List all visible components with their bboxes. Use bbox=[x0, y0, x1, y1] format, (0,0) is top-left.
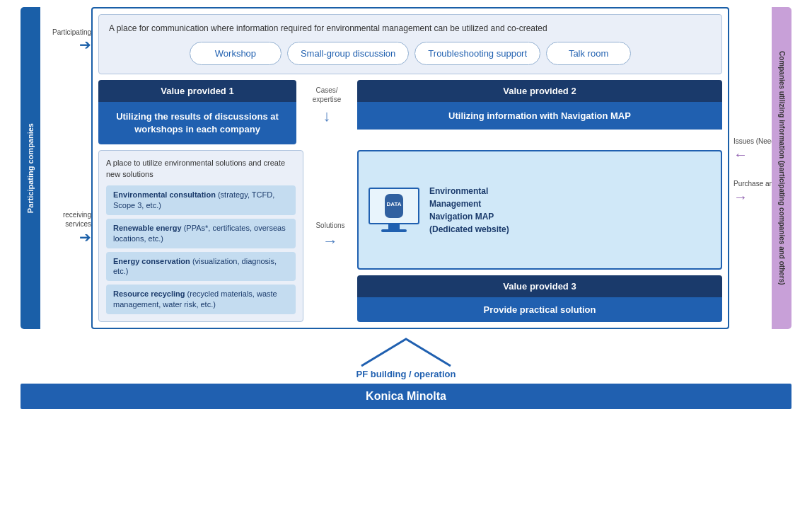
data-label: DATA bbox=[386, 201, 401, 207]
comm-title: A place for communication where informat… bbox=[109, 22, 712, 35]
vp3-header: Value provided 3 bbox=[357, 275, 722, 297]
vp2-block: Value provided 2 Utilizing information w… bbox=[357, 80, 722, 144]
feature-row: Workshop Small-group discussion Troubles… bbox=[109, 42, 712, 65]
vp3-block: Value provided 3 Provide practical solut… bbox=[357, 275, 722, 322]
cases-area: Cases/ expertise ↓ bbox=[302, 80, 352, 144]
feat-talkroom: Talk room bbox=[546, 42, 631, 65]
left-bar: Participating companies bbox=[21, 7, 40, 329]
left-bar-label: Participating companies bbox=[26, 123, 35, 213]
right-bar-label: Companies utilizing information (partici… bbox=[778, 51, 786, 285]
participating-arrow: Participating ➔ bbox=[52, 28, 91, 52]
konica-bar: Konica Minolta bbox=[21, 384, 791, 409]
nav-block: DATA Environmental Management Navigation… bbox=[357, 150, 722, 322]
vp3-body: Provide practical solution bbox=[357, 297, 722, 322]
arrow-right3-icon: → bbox=[733, 189, 748, 205]
vp1-block: Value provided 1 Utilizing the results o… bbox=[98, 80, 296, 144]
arrow-right-icon: ➔ bbox=[79, 38, 91, 52]
page-wrapper: Participating companies Participating ➔ … bbox=[0, 0, 812, 413]
sol-item-2: Energy conservation (visualization, diag… bbox=[106, 252, 296, 282]
left-arrows: Participating ➔ receiving services ➔ bbox=[40, 7, 91, 329]
feat-troubleshooting: Troubleshooting support bbox=[414, 42, 540, 65]
sol-item-1-title: Renewable energy bbox=[113, 224, 182, 232]
diagram-outer: Participating companies Participating ➔ … bbox=[21, 7, 791, 329]
right-arrows-col: Issues (Needs) ← Purchase and use → bbox=[729, 7, 772, 329]
cyl-top bbox=[385, 194, 403, 199]
mid-row: Value provided 1 Utilizing the results o… bbox=[98, 80, 722, 144]
sol-label: Solutions bbox=[315, 222, 344, 229]
receiving-arrow: receiving services ➔ bbox=[40, 210, 91, 244]
pf-triangle-wrap bbox=[360, 336, 452, 367]
sol-item-0-title: Environmental consultation bbox=[113, 190, 216, 199]
db-cylinder: DATA bbox=[385, 194, 403, 218]
sol-arrow-area: Solutions → bbox=[309, 150, 352, 322]
monitor-screen: DATA bbox=[369, 188, 419, 224]
vp2-body: Utilizing information with Navigation MA… bbox=[357, 102, 722, 130]
bot-row: A place to utilize environmental solutio… bbox=[98, 150, 722, 322]
arrow-right2-icon: ➔ bbox=[79, 230, 91, 244]
right-bar: Companies utilizing information (partici… bbox=[772, 7, 791, 329]
left-arrow1-label: Participating bbox=[52, 28, 91, 36]
left-arrow2-label: receiving services bbox=[40, 210, 91, 229]
pf-label: PF building / operation bbox=[356, 369, 456, 379]
monitor-foot bbox=[381, 229, 407, 232]
sol-arrow-icon: → bbox=[323, 232, 338, 251]
vp1-header: Value provided 1 bbox=[98, 80, 296, 102]
sol-item-3: Resource recycling (recycled materials, … bbox=[106, 285, 296, 314]
monitor-icon: DATA bbox=[369, 188, 419, 232]
main-box: A place for communication where informat… bbox=[91, 7, 729, 329]
pf-triangle-svg bbox=[360, 336, 452, 367]
feat-workshop: Workshop bbox=[190, 42, 282, 65]
feat-smallgroup: Small-group discussion bbox=[287, 42, 409, 65]
arrow-left-icon: ← bbox=[733, 147, 748, 163]
pf-section: PF building / operation bbox=[21, 336, 791, 379]
nav-map-title: Environmental Management Navigation MAP … bbox=[429, 185, 509, 236]
sol-item-3-title: Resource recycling bbox=[113, 289, 185, 298]
cases-label: Cases/ expertise bbox=[313, 86, 342, 104]
sol-item-2-title: Energy conservation bbox=[113, 257, 190, 265]
sol-box: A place to utilize environmental solutio… bbox=[98, 150, 303, 322]
comm-box: A place for communication where informat… bbox=[98, 14, 722, 74]
sol-title: A place to utilize environmental solutio… bbox=[106, 158, 296, 180]
nav-map-box: DATA Environmental Management Navigation… bbox=[357, 150, 722, 270]
vp2-header: Value provided 2 bbox=[357, 80, 722, 102]
cases-arrow-icon: ↓ bbox=[323, 107, 331, 125]
sol-item-0: Environmental consultation (strategy, TC… bbox=[106, 185, 296, 215]
sol-item-1: Renewable energy (PPAs*, certificates, o… bbox=[106, 219, 296, 248]
vp1-body: Utilizing the results of discussions at … bbox=[98, 102, 296, 144]
cyl-bottom bbox=[385, 213, 403, 218]
monitor-stand bbox=[388, 224, 400, 229]
